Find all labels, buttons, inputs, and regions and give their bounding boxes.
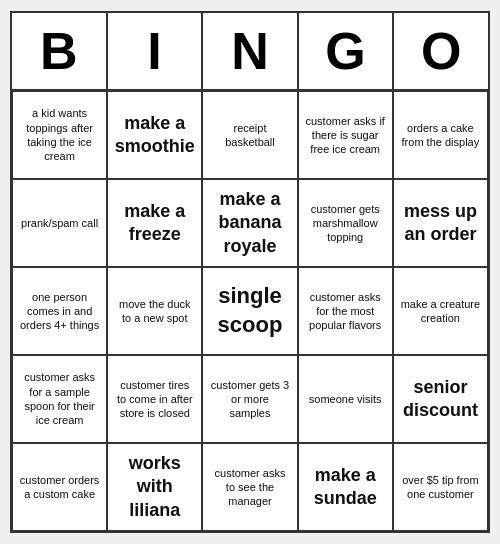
bingo-cell-10: one person comes in and orders 4+ things [12, 267, 107, 355]
bingo-cell-3: customer asks if there is sugar free ice… [298, 91, 393, 179]
bingo-cell-15: customer asks for a sample spoon for the… [12, 355, 107, 443]
bingo-letter-G: G [299, 13, 395, 89]
bingo-cell-8: customer gets marshmallow topping [298, 179, 393, 267]
bingo-cell-7: make a banana royale [202, 179, 297, 267]
bingo-cell-9: mess up an order [393, 179, 488, 267]
bingo-cell-22: customer asks to see the manager [202, 443, 297, 531]
bingo-cell-4: orders a cake from the display [393, 91, 488, 179]
bingo-cell-16: customer tires to come in after store is… [107, 355, 202, 443]
bingo-cell-14: make a creature creation [393, 267, 488, 355]
bingo-cell-1: make a smoothie [107, 91, 202, 179]
bingo-cell-23: make a sundae [298, 443, 393, 531]
bingo-letter-O: O [394, 13, 488, 89]
bingo-cell-11: move the duck to a new spot [107, 267, 202, 355]
bingo-letter-B: B [12, 13, 108, 89]
bingo-cell-0: a kid wants toppings after taking the ic… [12, 91, 107, 179]
bingo-cell-13: customer asks for the most popular flavo… [298, 267, 393, 355]
bingo-cell-18: someone visits [298, 355, 393, 443]
bingo-grid: a kid wants toppings after taking the ic… [12, 91, 488, 531]
bingo-cell-21: works with liliana [107, 443, 202, 531]
bingo-cell-20: customer orders a custom cake [12, 443, 107, 531]
bingo-cell-5: prank/spam call [12, 179, 107, 267]
bingo-cell-17: customer gets 3 or more samples [202, 355, 297, 443]
bingo-cell-19: senior discount [393, 355, 488, 443]
bingo-card: BINGO a kid wants toppings after taking … [10, 11, 490, 533]
bingo-cell-24: over $5 tip from one customer [393, 443, 488, 531]
bingo-header: BINGO [12, 13, 488, 91]
bingo-cell-6: make a freeze [107, 179, 202, 267]
bingo-letter-I: I [108, 13, 204, 89]
bingo-cell-12: single scoop [202, 267, 297, 355]
bingo-letter-N: N [203, 13, 299, 89]
bingo-cell-2: receipt basketball [202, 91, 297, 179]
